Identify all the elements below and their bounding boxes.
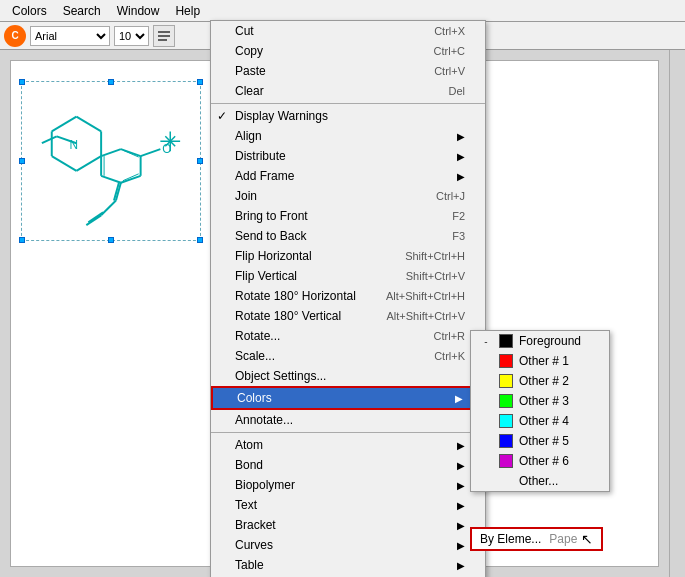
foreground-swatch	[499, 334, 513, 348]
arrow-icon: ▶	[457, 171, 465, 182]
arrow-icon: ▶	[457, 540, 465, 551]
font-size-selector[interactable]: 10	[114, 26, 149, 46]
handle-mr[interactable]	[197, 158, 203, 164]
handle-tm[interactable]	[108, 79, 114, 85]
handle-tr[interactable]	[197, 79, 203, 85]
menu-paste[interactable]: Paste Ctrl+V	[211, 61, 485, 81]
menu-text[interactable]: Text ▶	[211, 495, 485, 515]
svg-line-12	[101, 149, 121, 156]
menu-rotate-180v[interactable]: Rotate 180° Vertical Alt+Shift+Ctrl+V	[211, 306, 485, 326]
arrow-icon: ▶	[457, 131, 465, 142]
menu-send-to-back[interactable]: Send to Back F3	[211, 226, 485, 246]
arrow-icon: ▶	[457, 520, 465, 531]
molecule-svg: N O	[22, 82, 200, 240]
arrow-icon: ▶	[455, 393, 463, 404]
menu-atom[interactable]: Atom ▶	[211, 435, 485, 455]
menu-cut[interactable]: Cut Ctrl+X	[211, 21, 485, 41]
svg-line-7	[52, 156, 77, 171]
color-other-3[interactable]: Other # 3	[471, 391, 609, 411]
color-other-4[interactable]: Other # 4	[471, 411, 609, 431]
color-other-more[interactable]: Other...	[471, 471, 609, 491]
arrow-icon: ▶	[457, 500, 465, 511]
menu-bring-to-front[interactable]: Bring to Front F2	[211, 206, 485, 226]
menu-bar: Colors Search Window Help	[0, 0, 685, 22]
app-icon: C	[4, 25, 26, 47]
color-swatch-6	[499, 454, 513, 468]
arrow-icon: ▶	[457, 460, 465, 471]
menubar-colors[interactable]: Colors	[4, 2, 55, 20]
menu-annotate[interactable]: Annotate...	[211, 410, 485, 430]
menu-add-frame[interactable]: Add Frame ▶	[211, 166, 485, 186]
menu-display-warnings[interactable]: ✓ Display Warnings	[211, 106, 485, 126]
handle-tl[interactable]	[19, 79, 25, 85]
color-other-5[interactable]: Other # 5	[471, 431, 609, 451]
arrow-icon: ▶	[457, 440, 465, 451]
color-swatch-4	[499, 414, 513, 428]
menu-distribute[interactable]: Distribute ▶	[211, 146, 485, 166]
separator-2	[211, 432, 485, 433]
menu-flip-vertical[interactable]: Flip Vertical Shift+Ctrl+V	[211, 266, 485, 286]
menu-bracket[interactable]: Bracket ▶	[211, 515, 485, 535]
color-foreground[interactable]: - Foreground	[471, 331, 609, 351]
color-swatch-1	[499, 354, 513, 368]
right-panel	[669, 50, 685, 577]
color-other-6[interactable]: Other # 6	[471, 451, 609, 471]
menu-colors[interactable]: Colors ▶	[211, 386, 485, 410]
menu-object-settings[interactable]: Object Settings...	[211, 366, 485, 386]
menu-copy[interactable]: Copy Ctrl+C	[211, 41, 485, 61]
color-swatch-3	[499, 394, 513, 408]
svg-line-3	[52, 117, 77, 132]
menu-biopolymer[interactable]: Biopolymer ▶	[211, 475, 485, 495]
color-swatch-2	[499, 374, 513, 388]
menu-join[interactable]: Join Ctrl+J	[211, 186, 485, 206]
menu-rotate[interactable]: Rotate... Ctrl+R	[211, 326, 485, 346]
menu-scale[interactable]: Scale... Ctrl+K	[211, 346, 485, 366]
align-icon[interactable]	[153, 25, 175, 47]
color-other-2[interactable]: Other # 2	[471, 371, 609, 391]
svg-line-4	[76, 117, 101, 132]
svg-line-26	[86, 215, 101, 225]
handle-bm[interactable]	[108, 237, 114, 243]
menu-rotate-180h[interactable]: Rotate 180° Horizontal Alt+Shift+Ctrl+H	[211, 286, 485, 306]
dash-indicator: -	[479, 334, 493, 348]
handle-ml[interactable]	[19, 158, 25, 164]
menu-clear[interactable]: Clear Del	[211, 81, 485, 101]
color-other-1[interactable]: Other # 1	[471, 351, 609, 371]
separator-1	[211, 103, 485, 104]
handle-bl[interactable]	[19, 237, 25, 243]
menu-curves[interactable]: Curves ▶	[211, 535, 485, 555]
check-mark: ✓	[217, 109, 227, 123]
color-swatch-5	[499, 434, 513, 448]
menu-align[interactable]: Align ▶	[211, 126, 485, 146]
colors-submenu: - Foreground Other # 1 Other # 2 Other #…	[470, 330, 610, 492]
menu-bond[interactable]: Bond ▶	[211, 455, 485, 475]
menubar-help[interactable]: Help	[167, 2, 208, 20]
menu-table[interactable]: Table ▶	[211, 555, 485, 575]
svg-line-11	[42, 136, 57, 143]
font-selector[interactable]: Arial	[30, 26, 110, 46]
handle-br[interactable]	[197, 237, 203, 243]
cursor-icon: ↖	[581, 531, 593, 547]
svg-line-27	[88, 212, 103, 222]
menubar-search[interactable]: Search	[55, 2, 109, 20]
arrow-icon: ▶	[457, 480, 465, 491]
menu-flip-horizontal[interactable]: Flip Horizontal Shift+Ctrl+H	[211, 246, 485, 266]
by-element-button[interactable]: By Eleme... Pape ↖	[470, 527, 603, 551]
arrow-icon: ▶	[457, 560, 465, 571]
arrow-icon: ▶	[457, 151, 465, 162]
context-menu: Cut Ctrl+X Copy Ctrl+C Paste Ctrl+V Clea…	[210, 20, 486, 577]
svg-line-16	[101, 176, 121, 183]
svg-line-6	[76, 156, 101, 171]
menubar-window[interactable]: Window	[109, 2, 168, 20]
molecule-container[interactable]: N O	[21, 81, 201, 241]
svg-line-21	[141, 149, 161, 156]
